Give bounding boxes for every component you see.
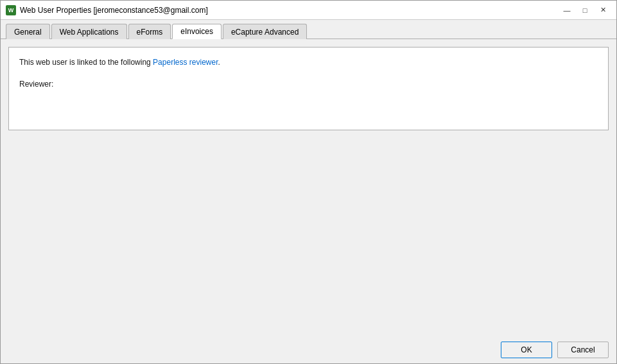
title-bar-controls: — □ ✕ <box>559 4 611 17</box>
window-title: Web User Properties [jeromeconstance53@g… <box>20 6 559 15</box>
app-icon: W <box>6 5 16 15</box>
reviewer-label: Reviewer: <box>19 80 598 89</box>
paperless-reviewer-link[interactable]: Paperless reviewer <box>153 58 218 67</box>
tab-eforms[interactable]: eForms <box>128 24 171 39</box>
tab-web-applications[interactable]: Web Applications <box>51 24 127 39</box>
info-text-before: This web user is linked to the following <box>19 58 153 67</box>
info-text: This web user is linked to the following… <box>19 58 598 67</box>
info-panel: This web user is linked to the following… <box>8 47 609 130</box>
tab-general[interactable]: General <box>6 24 50 39</box>
tab-ecapture-advanced[interactable]: eCapture Advanced <box>223 24 307 39</box>
ok-button[interactable]: OK <box>501 342 552 358</box>
tab-einvoices[interactable]: eInvoices <box>172 24 222 39</box>
title-bar: W Web User Properties [jeromeconstance53… <box>1 1 616 20</box>
main-window: W Web User Properties [jeromeconstance53… <box>0 0 617 364</box>
maximize-button[interactable]: □ <box>577 4 593 17</box>
cancel-button[interactable]: Cancel <box>557 342 609 358</box>
content-area: This web user is linked to the following… <box>1 39 616 336</box>
minimize-button[interactable]: — <box>559 4 575 17</box>
bottom-bar: OK Cancel <box>1 336 616 363</box>
close-button[interactable]: ✕ <box>595 4 611 17</box>
tab-bar: General Web Applications eForms eInvoice… <box>1 20 616 39</box>
info-text-after: . <box>218 58 220 67</box>
